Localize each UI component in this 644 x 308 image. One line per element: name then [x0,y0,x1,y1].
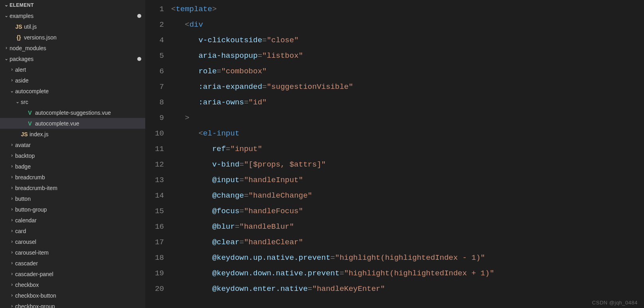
token-str: "handleInput" [244,176,303,184]
tree-item[interactable]: ›avatar [0,139,145,150]
chevron-down-icon: ⌄ [14,99,21,104]
line-number: 10 [145,126,164,141]
token-str: "handleChange" [249,191,312,200]
token-punc: = [235,222,239,231]
token-str: "suggestionVisible" [267,82,353,91]
line-number: 11 [145,141,164,157]
code-line[interactable]: @blur="handleBlur" [171,219,644,235]
vue-file-icon: V [26,120,34,127]
token-punc: < [171,5,176,14]
code-line[interactable]: <el-input [171,126,644,141]
code-line[interactable]: @keydown.enter.native="handleKeyEnter" [171,281,644,297]
tree-item-label: checkbox-group [15,303,145,308]
code-line[interactable]: ref="input" [171,141,644,157]
tree-item-label: checkbox-button [15,292,145,299]
code-editor[interactable]: 124567891011121314151617181920 <template… [145,0,644,308]
token-punc: = [217,67,221,76]
code-line[interactable]: :aria-expanded="suggestionVisible" [171,79,644,95]
tree-item[interactable]: ›checkbox-button [0,290,145,301]
vue-file-icon: V [26,110,34,116]
token-attr: @input [212,176,239,184]
tree-item[interactable]: ›carousel-item [0,247,145,258]
code-line[interactable]: v-clickoutside="close" [171,33,644,48]
code-line[interactable]: <template> [171,2,644,17]
token-str: "id" [249,98,267,107]
tree-item[interactable]: ›checkbox [0,279,145,290]
tree-item-label: autocomplete [15,88,145,94]
code-line[interactable]: :aria-owns="id" [171,95,644,110]
tree-item[interactable]: ·{}versions.json [0,32,145,43]
tree-item-label: autocomplete.vue [35,120,145,127]
tree-item[interactable]: ›aside [0,75,145,86]
token-tag: template [176,5,212,14]
tree-item[interactable]: ⌄src [0,96,145,107]
chevron-right-icon: › [9,77,15,83]
tree-item[interactable]: ·Vautocomplete-suggestions.vue [0,107,145,118]
code-line[interactable]: <div [171,17,644,33]
tree-item-label: autocomplete-suggestions.vue [35,110,145,116]
line-number-gutter: 124567891011121314151617181920 [145,0,171,308]
token-attr: @clear [212,238,239,247]
code-line[interactable]: v-bind="[$props, $attrs]" [171,157,644,173]
tree-item[interactable]: ›alert [0,64,145,75]
tree-item[interactable]: ·JSutil.js [0,21,145,32]
tree-item-label: checkbox [15,282,145,288]
token-punc: = [308,284,312,293]
tree-item-label: carousel-item [15,249,145,256]
code-line[interactable]: aria-haspopup="listbox" [171,48,644,64]
line-number: 7 [145,79,164,95]
token-attr: role [198,67,217,76]
tree-item[interactable]: ⌄autocomplete [0,86,145,96]
token-str: "[$props, $attrs]" [244,160,326,169]
tree-item[interactable]: ›breadcrumb-item [0,182,145,193]
code-line[interactable]: @change="handleChange" [171,188,644,204]
chevron-right-icon: › [9,174,15,180]
code-content[interactable]: <template> <div v-clickoutside="close" a… [171,0,644,308]
line-number: 2 [145,17,164,33]
tree-item[interactable]: ›calendar [0,215,145,226]
file-tree[interactable]: ⌄examples·JSutil.js·{}versions.json›node… [0,10,145,308]
chevron-right-icon: › [9,282,15,287]
tree-item[interactable]: ›button [0,193,145,204]
token-punc: = [226,145,230,153]
code-line[interactable]: @focus="handleFocus" [171,204,644,219]
tree-item[interactable]: ⌄examples [0,10,145,21]
tree-item[interactable]: ›checkbox-group [0,301,145,308]
tree-item[interactable]: ›card [0,226,145,236]
code-line[interactable]: > [171,110,644,126]
code-line[interactable]: role="combobox" [171,64,644,79]
tree-item-label: breadcrumb [15,174,145,180]
chevron-right-icon: › [9,153,15,158]
line-number: 9 [145,110,164,126]
tree-item[interactable]: ·JSindex.js [0,129,145,139]
tree-item[interactable]: ›badge [0,161,145,172]
chevron-right-icon: › [9,292,15,298]
tree-item[interactable]: ⌄packages [0,53,145,64]
tree-item[interactable]: ›node_modules [0,43,145,53]
tree-item-label: versions.json [24,34,145,41]
chevron-right-icon: › [3,45,10,51]
token-attr: @focus [212,207,239,216]
chevron-right-icon: › [9,303,15,308]
tree-item[interactable]: ›backtop [0,150,145,161]
token-punc: < [185,20,189,29]
tree-item[interactable]: ›button-group [0,204,145,215]
tree-item[interactable]: ›carousel [0,236,145,247]
code-line[interactable]: @keydown.down.native.prevent="highlight(… [171,266,644,281]
watermark-text: CSDN @jqh_0484 [592,300,638,306]
code-line[interactable]: @clear="handleClear" [171,235,644,250]
token-punc: = [340,269,344,278]
code-line[interactable]: @keydown.up.native.prevent="highlight(hi… [171,250,644,266]
code-line[interactable]: @input="handleInput" [171,173,644,188]
token-attr: v-bind [212,160,239,169]
line-number: 15 [145,204,164,219]
token-punc: > [212,5,217,14]
chevron-right-icon: › [9,196,15,201]
token-punc: > [185,114,189,122]
tree-item[interactable]: ›breadcrumb [0,172,145,182]
tree-item[interactable]: ·Vautocomplete.vue [0,118,145,129]
tree-item[interactable]: ›cascader-panel [0,269,145,279]
explorer-section-header[interactable]: ⌄ ELEMENT [0,0,145,10]
tree-item-label: util.js [24,24,145,30]
tree-item[interactable]: ›cascader [0,258,145,269]
